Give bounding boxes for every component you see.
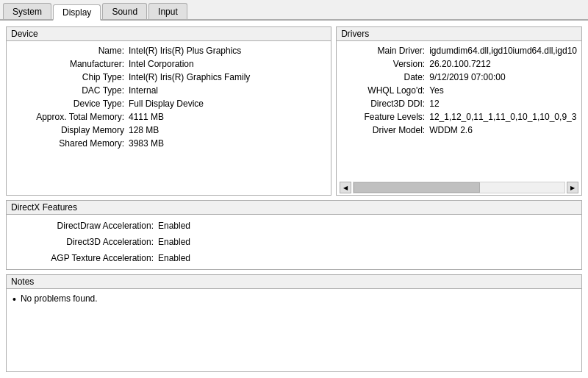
directx-row: Direct3D Acceleration: Enabled <box>11 234 577 250</box>
main-content: Device Name: Intel(R) Iris(R) Plus Graph… <box>0 21 588 378</box>
device-row-label: Manufacturer: <box>11 59 129 69</box>
device-row-value: Internal <box>129 85 158 96</box>
drivers-row-label: Direct3D DDI: <box>341 99 429 109</box>
dx-row-value: Enabled <box>158 237 190 247</box>
device-row-value: 4111 MB <box>129 112 164 122</box>
device-row-label: Name: <box>11 46 129 56</box>
directx-row: AGP Texture Acceleration: Enabled <box>11 250 577 266</box>
top-panels: Device Name: Intel(R) Iris(R) Plus Graph… <box>6 26 582 196</box>
device-row-value: Intel Corporation <box>129 59 194 69</box>
drivers-info-row: Direct3D DDI: 12 <box>341 97 577 110</box>
dx-row-label: Direct3D Acceleration: <box>11 237 158 247</box>
drivers-row-value: 9/12/2019 07:00:00 <box>429 72 505 82</box>
drivers-panel: Drivers Main Driver: igdumdim64.dll,igd1… <box>336 26 582 196</box>
drivers-row-label: Date: <box>341 72 429 82</box>
drivers-row-value: 26.20.100.7212 <box>429 59 490 69</box>
notes-text: No problems found. <box>21 293 98 304</box>
drivers-row-value: 12_1,12_0,11_1,11_0,10_1,10_0,9_3 <box>429 112 576 122</box>
device-info-row: Shared Memory: 3983 MB <box>11 137 326 150</box>
drivers-info-row: Date: 9/12/2019 07:00:00 <box>341 71 577 84</box>
tab-bar: System Display Sound Input <box>0 0 588 21</box>
dx-row-label: DirectDraw Acceleration: <box>11 221 158 231</box>
notes-panel-title: Notes <box>7 275 581 289</box>
notes-panel: Notes • No problems found. <box>6 274 582 372</box>
device-info-row: Display Memory 128 MB <box>11 124 326 137</box>
drivers-row-value: 12 <box>429 99 439 109</box>
drivers-info-row: Version: 26.20.100.7212 <box>341 57 577 71</box>
device-info-row: DAC Type: Internal <box>11 84 326 97</box>
tab-sound[interactable]: Sound <box>102 3 147 19</box>
tab-input[interactable]: Input <box>148 3 187 19</box>
directx-row: DirectDraw Acceleration: Enabled <box>11 218 577 234</box>
device-row-value: Full Display Device <box>129 99 204 109</box>
directx-panel: DirectX Features DirectDraw Acceleration… <box>6 200 582 270</box>
device-row-label: DAC Type: <box>11 85 129 96</box>
scroll-thumb <box>354 182 480 193</box>
device-info-row: Chip Type: Intel(R) Iris(R) Graphics Fam… <box>11 71 326 84</box>
dx-row-label: AGP Texture Acceleration: <box>11 253 158 263</box>
device-panel-content[interactable]: Name: Intel(R) Iris(R) Plus Graphics Man… <box>7 41 331 195</box>
device-info-row: Name: Intel(R) Iris(R) Plus Graphics <box>11 44 326 57</box>
directx-panel-title: DirectX Features <box>7 201 581 215</box>
device-row-label: Approx. Total Memory: <box>11 112 129 122</box>
drivers-panel-title: Drivers <box>337 27 581 41</box>
device-row-label: Device Type: <box>11 99 129 109</box>
device-row-label: Chip Type: <box>11 72 129 82</box>
device-info-row: Device Type: Full Display Device <box>11 97 326 110</box>
device-info-row: Approx. Total Memory: 4111 MB <box>11 110 326 124</box>
drivers-panel-content: Main Driver: igdumdim64.dll,igd10iumd64.… <box>337 41 581 180</box>
drivers-info-row: WHQL Logo'd: Yes <box>341 84 577 97</box>
drivers-row-label: Main Driver: <box>341 46 429 56</box>
drivers-info-row: Main Driver: igdumdim64.dll,igd10iumd64.… <box>341 44 577 57</box>
directx-panel-content: DirectDraw Acceleration: Enabled Direct3… <box>7 215 581 269</box>
device-row-label: Shared Memory: <box>11 138 129 149</box>
drivers-row-value: WDDM 2.6 <box>429 125 473 135</box>
drivers-row-label: Feature Levels: <box>341 112 429 122</box>
notes-bullet: • <box>12 294 16 304</box>
drivers-row-value: igdumdim64.dll,igd10iumd64.dll,igd10 <box>429 46 577 56</box>
notes-content: • No problems found. <box>7 289 581 371</box>
device-row-value: Intel(R) Iris(R) Graphics Family <box>129 72 250 82</box>
tab-system[interactable]: System <box>3 3 51 19</box>
device-info-row: Manufacturer: Intel Corporation <box>11 57 326 71</box>
drivers-scrollbar[interactable]: ◀ ▶ <box>337 180 581 195</box>
drivers-row-label: WHQL Logo'd: <box>341 85 429 96</box>
device-panel: Device Name: Intel(R) Iris(R) Plus Graph… <box>6 26 331 196</box>
drivers-row-label: Driver Model: <box>341 125 429 135</box>
drivers-info-row: Feature Levels: 12_1,12_0,11_1,11_0,10_1… <box>341 110 577 124</box>
drivers-row-value: Yes <box>429 85 444 96</box>
drivers-info-row: Driver Model: WDDM 2.6 <box>341 124 577 137</box>
device-row-value: 3983 MB <box>129 138 164 149</box>
device-row-label: Display Memory <box>11 125 129 135</box>
device-panel-title: Device <box>7 27 331 41</box>
scroll-right-arrow[interactable]: ▶ <box>567 182 578 193</box>
device-row-value: 128 MB <box>129 125 159 135</box>
scroll-track[interactable] <box>353 182 565 193</box>
tab-display[interactable]: Display <box>53 4 101 21</box>
dx-row-value: Enabled <box>158 221 190 231</box>
scroll-left-arrow[interactable]: ◀ <box>340 182 351 193</box>
dx-row-value: Enabled <box>158 253 190 263</box>
device-row-value: Intel(R) Iris(R) Plus Graphics <box>129 46 241 56</box>
drivers-row-label: Version: <box>341 59 429 69</box>
